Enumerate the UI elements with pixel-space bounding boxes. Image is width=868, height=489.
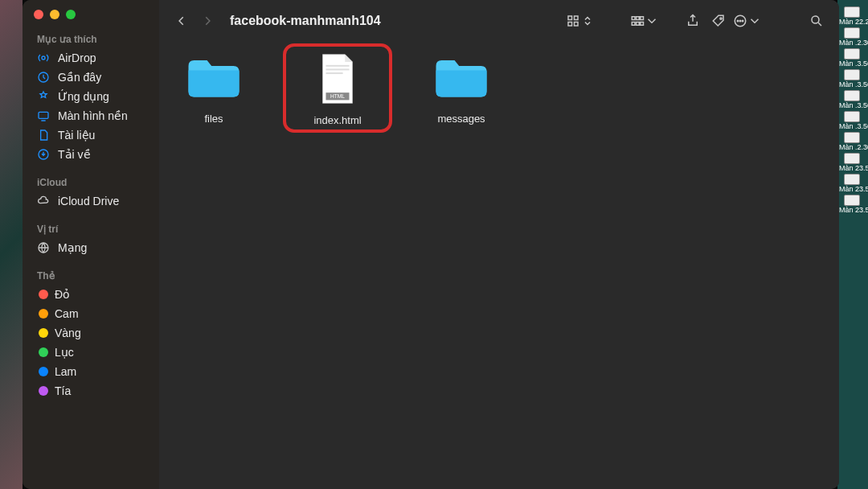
desktop-icon-label: Màn .3.56 — [839, 101, 868, 109]
share-icon — [686, 14, 700, 28]
sidebar-item-label: Lục — [55, 346, 74, 359]
minimize-button[interactable] — [50, 10, 59, 19]
desktop-icon-label: Màn 23.57 — [839, 206, 868, 214]
maximize-button[interactable] — [66, 10, 76, 19]
sidebar-item-documents[interactable]: Tài liệu — [23, 125, 159, 145]
folder-messages[interactable]: messages — [421, 47, 502, 125]
share-button[interactable] — [682, 10, 704, 32]
tag-dot-blue — [39, 367, 48, 376]
svg-rect-13 — [637, 23, 640, 26]
content-area[interactable]: files HTML index.html messages — [159, 42, 839, 489]
item-label: index.html — [289, 114, 386, 126]
svg-point-19 — [742, 20, 743, 22]
sidebar-item-label: AirDrop — [58, 51, 96, 64]
document-icon — [37, 129, 50, 142]
folder-icon — [179, 48, 248, 106]
window-controls — [23, 10, 159, 29]
desktop-icon — [37, 109, 50, 122]
search-button[interactable] — [805, 10, 828, 32]
tag-button[interactable] — [707, 10, 730, 32]
file-index-html[interactable]: HTML index.html — [286, 47, 389, 129]
sidebar-item-label: Tài liệu — [58, 129, 95, 142]
toolbar: facebook-manhmanh104 — [159, 0, 839, 42]
up-down-chevron-icon — [580, 14, 595, 28]
action-menu-button[interactable] — [733, 14, 762, 28]
sidebar-tag-blue[interactable]: Lam — [23, 362, 159, 381]
sidebar-item-label: Vàng — [55, 327, 81, 339]
svg-rect-5 — [568, 16, 572, 20]
folder-files[interactable]: files — [174, 47, 254, 125]
desktop-icon-label: Màn .2.30 — [839, 143, 868, 151]
sidebar-tag-red[interactable]: Đỏ — [23, 285, 159, 304]
sidebar-item-desktop[interactable]: Màn hình nền — [23, 106, 159, 125]
sidebar-header-icloud: iCloud — [23, 172, 159, 191]
svg-rect-21 — [326, 65, 349, 67]
sidebar-item-label: Cam — [55, 307, 79, 320]
desktop-icon-label: Màn .2.30 — [839, 39, 868, 47]
sidebar-tag-green[interactable]: Lục — [23, 343, 159, 362]
sidebar-favorites: Mục ưa thích AirDrop Gần đây Ứng dụng Mà… — [23, 29, 159, 164]
sidebar-item-applications[interactable]: Ứng dụng — [23, 87, 159, 106]
svg-rect-10 — [637, 17, 640, 20]
view-icons-button[interactable] — [566, 14, 595, 28]
html-file-icon: HTML — [303, 50, 372, 108]
svg-point-0 — [42, 56, 45, 60]
main-area: facebook-manhmanh104 — [159, 0, 839, 489]
sidebar-item-downloads[interactable]: Tải về — [23, 145, 159, 164]
desktop-icon-label: Màn 22.29 — [839, 18, 868, 26]
sidebar-header-favorites: Mục ưa thích — [23, 29, 159, 48]
svg-point-20 — [812, 16, 819, 23]
svg-rect-6 — [575, 16, 579, 20]
sidebar-header-locations: Vị trí — [23, 219, 159, 238]
sidebar-tag-purple[interactable]: Tía — [23, 381, 159, 401]
svg-point-15 — [720, 18, 722, 19]
desktop-icon-label: Màn .3.56 — [839, 122, 868, 130]
svg-rect-23 — [326, 72, 342, 74]
tag-dot-orange — [39, 309, 48, 318]
sidebar-item-label: Mạng — [58, 241, 87, 254]
tag-dot-purple — [39, 386, 48, 396]
sidebar: Mục ưa thích AirDrop Gần đây Ứng dụng Mà… — [23, 0, 159, 489]
sidebar-locations: Vị trí Mạng — [23, 219, 159, 257]
group-by-button[interactable] — [630, 14, 659, 28]
sidebar-icloud: iCloud iCloud Drive — [23, 172, 159, 211]
desktop-icons-column: Màn 22.29 Màn .2.30 Màn .3.56 Màn .3.56 … — [837, 0, 868, 489]
window-title: facebook-manhmanh104 — [230, 14, 381, 28]
sidebar-header-tags: Thẻ — [23, 265, 159, 285]
svg-rect-9 — [632, 17, 635, 20]
svg-rect-2 — [39, 112, 48, 118]
sidebar-tag-yellow[interactable]: Vàng — [23, 323, 159, 343]
svg-rect-12 — [632, 23, 635, 26]
sidebar-item-label: Gần đây — [58, 71, 101, 84]
desktop-icon-label: Màn .3.56 — [839, 60, 868, 68]
svg-point-18 — [739, 20, 741, 22]
item-label: messages — [421, 113, 502, 125]
sidebar-tag-orange[interactable]: Cam — [23, 304, 159, 323]
chevron-down-icon — [747, 14, 762, 28]
sidebar-item-label: Tải về — [58, 148, 91, 161]
tag-dot-red — [39, 290, 48, 299]
folder-icon — [427, 48, 496, 106]
apps-icon — [37, 90, 50, 103]
sidebar-item-label: Lam — [55, 365, 76, 378]
sidebar-item-airdrop[interactable]: AirDrop — [23, 48, 159, 68]
svg-rect-7 — [568, 23, 572, 27]
item-label: files — [174, 113, 254, 125]
downloads-icon — [37, 148, 50, 161]
sidebar-item-icloud-drive[interactable]: iCloud Drive — [23, 191, 159, 211]
sidebar-item-label: iCloud Drive — [58, 195, 119, 208]
sidebar-item-network[interactable]: Mạng — [23, 238, 159, 257]
close-button[interactable] — [34, 10, 43, 19]
forward-button[interactable] — [196, 10, 219, 32]
sidebar-item-recents[interactable]: Gần đây — [23, 68, 159, 87]
sidebar-item-label: Tía — [55, 384, 71, 397]
svg-rect-11 — [641, 17, 644, 20]
cloud-icon — [37, 195, 50, 208]
sidebar-item-label: Màn hình nền — [58, 109, 128, 122]
back-button[interactable] — [170, 10, 193, 32]
desktop-wallpaper-left — [0, 0, 23, 489]
svg-rect-22 — [326, 68, 349, 70]
search-icon — [809, 14, 824, 28]
tag-icon — [711, 14, 726, 28]
airdrop-icon — [37, 51, 50, 64]
